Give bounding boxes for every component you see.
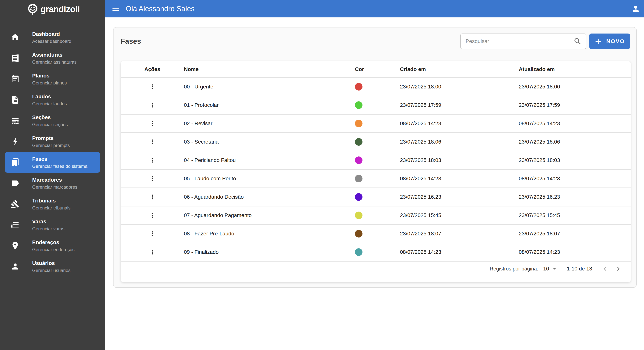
sidebar-item-label: Planos [32, 72, 67, 79]
row-name: 03 - Secretaria [184, 139, 355, 145]
sidebar-item-secoes[interactable]: SeçõesGerenciar seções [5, 110, 100, 131]
row-actions-cell [121, 81, 184, 93]
table-row: 02 - Revisar08/07/2025 14:2308/07/2025 1… [121, 114, 631, 132]
rows-per-page-label: Registros por página: [490, 266, 538, 272]
sidebar-item-sublabel: Gerenciar planos [32, 80, 67, 86]
table-row: 06 - Aguardando Decisão23/07/2025 16:232… [121, 188, 631, 206]
fases-table: Ações Nome Cor Criado em Atualizado em 0… [121, 61, 631, 282]
sidebar-item-sublabel: Gerenciar marcadores [32, 184, 78, 190]
row-actions-button[interactable] [146, 117, 158, 129]
chevron-right-icon [614, 265, 622, 273]
sidebar-item-text: VarasGerenciar varas [32, 218, 64, 232]
row-actions-button[interactable] [146, 209, 158, 221]
search-icon[interactable] [574, 37, 582, 46]
table-body: 00 - Urgente23/07/2025 18:0023/07/2025 1… [121, 77, 631, 261]
sidebar-item-sublabel: Gerenciar varas [32, 226, 64, 232]
color-dot [355, 138, 362, 146]
rows-per-page-value: 10 [543, 266, 549, 272]
color-dot [355, 156, 362, 164]
caret-down-icon [551, 266, 558, 272]
search-input[interactable] [466, 38, 574, 44]
row-actions-button[interactable] [146, 246, 158, 258]
color-dot [355, 212, 362, 219]
sidebar-item-text: DashboardAcessar dashboard [32, 31, 71, 44]
row-actions-cell [121, 191, 184, 203]
row-actions-button[interactable] [146, 228, 158, 240]
new-button-label: NOVO [606, 38, 625, 45]
sidebar-item-marcadores[interactable]: MarcadoresGerenciar marcadores [5, 173, 100, 194]
rows-per-page-select[interactable]: 10 [543, 266, 558, 272]
row-actions-button[interactable] [146, 81, 158, 93]
sidebar-item-dashboard[interactable]: DashboardAcessar dashboard [5, 27, 100, 48]
sidebar-item-tribunais[interactable]: TribunaisGerenciar tribunais [5, 194, 100, 214]
row-actions-button[interactable] [146, 172, 158, 185]
sidebar-item-varas[interactable]: VarasGerenciar varas [5, 214, 100, 235]
column-header-cor: Cor [355, 66, 400, 72]
previous-page-button[interactable] [600, 264, 610, 273]
row-created-at: 23/07/2025 18:03 [400, 157, 519, 163]
row-created-at: 08/07/2025 14:23 [400, 176, 519, 182]
row-updated-at: 23/07/2025 18:00 [519, 84, 631, 90]
new-button[interactable]: NOVO [589, 34, 630, 49]
sidebar-item-text: AssinaturasGerenciar assinaturas [32, 52, 76, 65]
sidebar-item-prompts[interactable]: PromptsGerenciar prompts [5, 131, 100, 152]
kebab-menu-icon [149, 249, 156, 256]
row-created-at: 23/07/2025 15:45 [400, 212, 519, 218]
table-row: 07 - Aguardando Pagamento23/07/2025 15:4… [121, 206, 631, 224]
sidebar-item-label: Dashboard [32, 31, 71, 38]
sidebar-item-label: Endereços [32, 239, 74, 246]
sidebar-item-fases[interactable]: FasesGerenciar fases do sistema [5, 152, 100, 173]
kebab-menu-icon [149, 193, 156, 201]
row-updated-at: 23/07/2025 17:59 [519, 102, 631, 108]
kebab-menu-icon [149, 230, 156, 237]
card-header: Fases NOVO [121, 28, 630, 55]
menu-button[interactable] [111, 4, 120, 13]
table-row: 03 - Secretaria23/07/2025 18:0623/07/202… [121, 132, 631, 151]
page-title: Fases [121, 37, 141, 46]
app-root: grandizoli DashboardAcessar dashboardAss… [0, 0, 644, 350]
color-dot [355, 101, 362, 109]
sidebar-item-text: PromptsGerenciar prompts [32, 135, 70, 148]
row-updated-at: 08/07/2025 14:23 [519, 249, 631, 255]
color-dot [355, 83, 362, 91]
receipt-icon [10, 54, 20, 63]
sidebar-item-sublabel: Gerenciar laudos [32, 101, 67, 107]
row-updated-at: 23/07/2025 15:45 [519, 212, 631, 218]
row-color-cell [355, 248, 400, 256]
kebab-menu-icon [149, 101, 156, 109]
row-updated-at: 08/07/2025 14:23 [519, 120, 631, 126]
row-name: 00 - Urgente [184, 84, 355, 90]
sidebar-item-laudos[interactable]: LaudosGerenciar laudos [5, 89, 100, 110]
sidebar-item-enderecos[interactable]: EndereçosGerenciar endereços [5, 235, 100, 256]
table-row: 08 - Fazer Pré-Laudo23/07/2025 18:0723/0… [121, 224, 631, 243]
sidebar-item-text: FasesGerenciar fases do sistema [32, 156, 88, 169]
person-icon [10, 262, 20, 271]
gavel-icon [10, 200, 20, 209]
sidebar-item-usuarios[interactable]: UsuáriosGerenciar usuários [5, 256, 100, 277]
brand-logo: grandizoli [0, 0, 105, 18]
sidebar-menu: DashboardAcessar dashboardAssinaturasGer… [0, 27, 105, 277]
sidebar-item-assinaturas[interactable]: AssinaturasGerenciar assinaturas [5, 48, 100, 69]
sidebar-item-label: Laudos [32, 93, 67, 100]
document-icon [10, 95, 20, 104]
user-menu-button[interactable] [631, 4, 640, 14]
row-actions-button[interactable] [146, 136, 158, 148]
row-color-cell [355, 120, 400, 127]
mascot-logo-icon [27, 3, 38, 15]
location-pin-icon [10, 241, 20, 250]
row-updated-at: 23/07/2025 16:23 [519, 194, 631, 200]
row-created-at: 23/07/2025 18:07 [400, 231, 519, 237]
row-created-at: 23/07/2025 16:23 [400, 194, 519, 200]
color-dot [355, 248, 362, 256]
sidebar-item-text: UsuáriosGerenciar usuários [32, 260, 70, 273]
row-actions-button[interactable] [146, 191, 158, 203]
row-actions-cell [121, 154, 184, 166]
sidebar-item-planos[interactable]: PlanosGerenciar planos [5, 69, 100, 89]
row-actions-button[interactable] [146, 99, 158, 111]
column-header-nome: Nome [184, 66, 355, 72]
chevron-left-icon [601, 265, 609, 273]
numbered-list-icon [10, 220, 20, 229]
next-page-button[interactable] [614, 264, 623, 273]
table-row: 01 - Protocolar23/07/2025 17:5923/07/202… [121, 96, 631, 114]
row-actions-button[interactable] [146, 154, 158, 166]
